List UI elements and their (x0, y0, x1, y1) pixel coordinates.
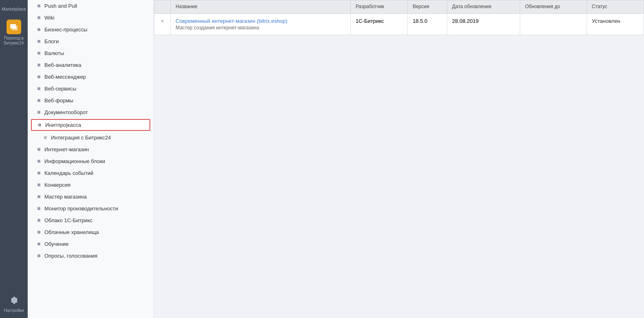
row-updates-to (520, 13, 587, 35)
nav-menu: Push and PullWikiБизнес-процессыБлогиВал… (28, 0, 154, 318)
nav-item-veb-servisy[interactable]: Веб-сервисы (28, 83, 154, 95)
sidebar-item-bitrix24[interactable]: Переход вБитрикс24 (0, 16, 28, 49)
nav-item-oblako-1c-bitriks[interactable]: Облако 1С-Битрикс (28, 214, 154, 226)
nav-item-label: Блоги (44, 38, 59, 44)
nav-item-label: Монитор производительности (44, 205, 118, 212)
menu-col-header (154, 0, 171, 14)
nav-item-oblachnye-hranilishcha[interactable]: Облачные хранилища (28, 226, 154, 238)
nav-item-label: Бизнес-процессы (44, 26, 87, 33)
nav-bullet (37, 219, 40, 222)
nav-item-monitor-proizvoditelnosti[interactable]: Монитор производительности (28, 203, 154, 214)
table-header: Название Разработчик Версия Дата обновле… (154, 0, 644, 14)
nav-bullet (37, 4, 40, 7)
module-description: Мастер создания интернет-магазина (176, 25, 345, 31)
nav-item-label: Облачные хранилища (44, 229, 99, 235)
svg-rect-1 (12, 26, 18, 30)
name-col-header: Название (171, 0, 351, 14)
nav-item-kalendar-sobytiy[interactable]: Календарь событий (28, 167, 154, 179)
nav-bullet (37, 160, 40, 163)
modules-table: Название Разработчик Версия Дата обновле… (154, 0, 644, 35)
row-developer: 1С-Битрикс (350, 13, 407, 35)
table-row: ≡Современный интернет-магазин (bitrix.es… (154, 13, 644, 35)
nav-bullet (37, 254, 40, 257)
nav-item-push-pull[interactable]: Push and Pull (28, 0, 154, 12)
nav-item-dokumentooborot[interactable]: Документооборот (28, 106, 154, 118)
nav-bullet (37, 183, 40, 186)
nav-item-wiki[interactable]: Wiki (28, 12, 154, 24)
nav-bullet (37, 40, 40, 43)
nav-item-label: Веб-аналитика (44, 62, 81, 68)
sidebar-icons: Marketplace Переход вБитрикс24 Настройки (0, 0, 28, 318)
nav-bullet (37, 111, 40, 114)
nav-item-konversiya[interactable]: Конверсия (28, 179, 154, 191)
nav-item-label: Инитпро|касса (45, 122, 81, 128)
sidebar-item-settings[interactable]: Настройки (0, 289, 28, 316)
row-status: Установлен (587, 13, 644, 35)
bitrix24-icon (7, 20, 21, 34)
header-row: Название Разработчик Версия Дата обновле… (154, 0, 644, 14)
update-date-col-header: Дата обновления (447, 0, 520, 14)
row-menu-icon[interactable]: ≡ (154, 13, 171, 35)
nav-item-master-magazina[interactable]: Мастер магазина (28, 191, 154, 203)
nav-item-label: Календарь событий (44, 170, 93, 176)
nav-item-label: Облако 1С-Битрикс (44, 217, 92, 223)
nav-bullet (38, 124, 41, 126)
nav-item-valyuty[interactable]: Валюты (28, 47, 154, 59)
developer-col-header: Разработчик (350, 0, 407, 14)
updates-to-col-header: Обновления до (520, 0, 587, 14)
nav-bullet (37, 243, 40, 245)
nav-item-label: Интернет-магазин (44, 146, 89, 152)
nav-item-label: Push and Pull (44, 3, 77, 9)
settings-icon-box (7, 292, 21, 307)
nav-item-biznes-processy[interactable]: Бизнес-процессы (28, 24, 154, 35)
nav-item-label: Мастер магазина (44, 194, 87, 200)
gear-svg (8, 294, 20, 305)
nav-item-label: Веб-мессенджер (44, 74, 86, 80)
nav-item-oprosy-golosovaniya[interactable]: Опросы, голосования (28, 250, 154, 262)
nav-bullet (37, 148, 40, 151)
main-content: Название Разработчик Версия Дата обновле… (154, 0, 644, 318)
nav-item-veb-analitika[interactable]: Веб-аналитика (28, 59, 154, 71)
nav-item-label: Интеграция с Битрикс24 (51, 135, 111, 141)
nav-bullet (37, 207, 40, 210)
nav-item-label: Информационные блоки (44, 158, 105, 164)
nav-item-internet-magazin[interactable]: Интернет-магазин (28, 144, 154, 155)
bitrix24-icon-box (7, 20, 21, 34)
nav-item-label: Wiki (44, 15, 55, 21)
row-name-cell: Современный интернет-магазин (bitrix.esh… (171, 13, 351, 35)
nav-bullet (37, 64, 40, 66)
bitrix24-label: Переход вБитрикс24 (4, 36, 24, 46)
nav-item-label: Конверсия (44, 182, 70, 188)
nav-bullet (37, 231, 40, 234)
status-col-header: Статус (587, 0, 644, 14)
nav-item-label: Опросы, голосования (44, 253, 97, 259)
nav-item-veb-messenger[interactable]: Веб-мессенджер (28, 71, 154, 83)
nav-bullet (37, 52, 40, 55)
nav-bullet (37, 172, 40, 174)
settings-icon (7, 292, 21, 307)
table-body: ≡Современный интернет-магазин (bitrix.es… (154, 13, 644, 35)
module-name-link[interactable]: Современный интернет-магазин (bitrix.esh… (176, 18, 288, 24)
nav-item-initpro-kassa[interactable]: Инитпро|касса (31, 119, 150, 131)
nav-bullet (37, 87, 40, 90)
nav-item-obuchenie[interactable]: Обучение (28, 238, 154, 250)
nav-bullet (44, 136, 47, 139)
bitrix24-svg (9, 22, 18, 31)
settings-label: Настройки (4, 308, 24, 313)
nav-bullet (37, 16, 40, 19)
nav-item-label: Обучение (44, 241, 68, 247)
marketplace-label: Marketplace (0, 3, 28, 16)
nav-bullet (37, 28, 40, 31)
nav-item-veb-formy[interactable]: Веб-формы (28, 95, 154, 106)
nav-item-label: Валюты (44, 50, 64, 56)
nav-item-label: Документооборот (44, 109, 88, 115)
nav-item-integraciya-bitrix24[interactable]: Интеграция с Битрикс24 (28, 132, 154, 144)
version-col-header: Версия (408, 0, 447, 14)
nav-item-label: Веб-формы (44, 97, 73, 104)
nav-item-informacionnye-bloki[interactable]: Информационные блоки (28, 155, 154, 167)
nav-items-container: Push and PullWikiБизнес-процессыБлогиВал… (28, 0, 154, 262)
nav-item-blogi[interactable]: Блоги (28, 35, 154, 47)
nav-bullet (37, 75, 40, 78)
nav-item-label: Веб-сервисы (44, 86, 77, 92)
nav-bullet (37, 195, 40, 198)
